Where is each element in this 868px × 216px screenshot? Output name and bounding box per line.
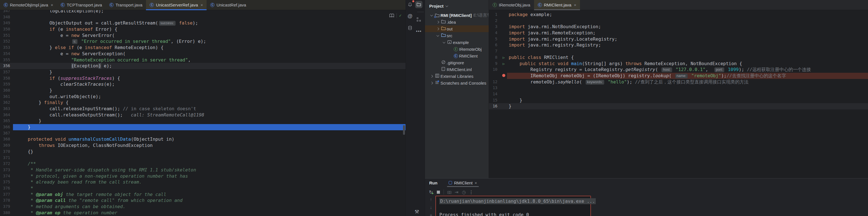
line-number[interactable]: 380 [0,210,13,216]
line-number[interactable]: 6 [489,42,500,48]
line-number[interactable]: 2 [489,18,500,24]
run-tab-rmiclient[interactable]: RMIClient × [445,179,480,187]
line-number[interactable]: 8 [489,55,500,61]
tab-RemoteObjImpl.java[interactable]: CRemoteObjImpl.java× [0,0,57,10]
line-number[interactable]: 351 [0,32,13,39]
tree-item-Scratches and Consoles[interactable]: Scratches and Consoles [425,80,489,86]
line-number[interactable]: 358 [0,75,13,82]
line-number[interactable]: 377 [0,191,13,198]
close-icon[interactable]: × [51,3,53,7]
line-number[interactable]: 1 [489,11,500,18]
line-number[interactable]: 376 [0,185,13,191]
timer-icon[interactable]: ◷ [460,189,468,195]
tab-Transport.java[interactable]: CTransport.java [106,0,146,10]
tree-item-.idea[interactable]: .idea [425,19,489,25]
notifications-bell-icon[interactable] [406,1,414,8]
line-number[interactable]: 357 [0,69,13,75]
more-horizontal-icon[interactable]: ••• [415,28,423,35]
run-console[interactable]: D:\ruanjian\huanjinbianliang\jdk1.8.0_65… [435,196,591,216]
reader-mode-book-icon[interactable] [389,13,394,18]
line-number[interactable]: 365 [0,118,13,124]
tab-IRemoteObj.java[interactable]: IIRemoteObj.java [489,0,534,10]
line-number[interactable]: 354 [0,51,13,57]
tree-item-.gitignore[interactable]: .gitignore [425,59,489,66]
line-number[interactable]: 363 [0,106,13,112]
line-number[interactable]: 372 [0,161,13,167]
tab-TCPTransport.java[interactable]: CTCPTransport.java [57,0,106,10]
tree-item-out[interactable]: out [425,25,489,32]
tree-item-src[interactable]: src [425,32,489,39]
chevron-right-icon[interactable] [430,82,433,84]
line-number[interactable]: 12 [489,79,500,85]
line-number[interactable]: 5 [489,36,500,42]
line-number[interactable]: 373 [0,167,13,173]
line-number[interactable]: 370 [0,149,13,155]
line-number[interactable]: 366 [0,124,13,130]
tab-RMIClient.java[interactable]: CRMIClient.java× [534,0,580,10]
soft-wrap-icon[interactable]: ≡ [430,213,432,216]
line-number[interactable]: 9 [489,61,500,67]
line-number[interactable]: 356 [0,63,13,69]
line-number[interactable]: 369 [0,143,13,149]
tab-UnicastRef.java[interactable]: CUnicastRef.java [207,0,250,10]
right-editor[interactable]: 1package example;23import java.rmi.NotBo… [489,10,868,178]
chevron-right-icon[interactable] [430,75,433,78]
close-icon[interactable]: × [574,3,576,7]
run-gutter-icon[interactable]: ▷ [500,61,507,67]
camera-icon[interactable] [445,189,453,195]
build-hammer-icon[interactable]: ⚒ [413,208,421,215]
chevron-down-icon[interactable] [430,13,433,17]
line-number[interactable]: 350 [0,26,13,32]
line-number[interactable]: 7 [489,48,500,55]
chevron-right-icon[interactable] [436,21,439,23]
run-gutter-icon[interactable]: ▷ [500,55,507,61]
line-number[interactable]: 353 [0,44,13,51]
more-vertical-icon[interactable]: ⋮ [468,189,475,195]
line-number[interactable]: 378 [0,197,13,204]
line-number[interactable]: 364 [0,112,13,118]
tree-item-RMIClient[interactable]: CRMIClient [425,53,489,59]
line-number[interactable]: 361 [0,94,13,100]
stop-icon[interactable] [435,189,442,195]
tree-item-RMI [RMIClient][interactable]: RMI [RMIClient]E:\语言学习\j [425,12,489,19]
tree-item-example[interactable]: example [425,39,489,46]
left-editor-scrollbar[interactable] [403,125,405,135]
rerun-icon[interactable]: ↻▶ [427,189,435,195]
tree-item-RMIClient.iml[interactable]: RMIClient.iml [425,66,489,73]
line-number[interactable]: 3 [489,24,500,30]
line-number[interactable]: 379 [0,204,13,210]
left-editor[interactable]: ✓ 347 logCallException(e);348349 ObjectO… [0,10,406,216]
structure-icon[interactable] [415,16,423,23]
scroll-up-icon[interactable]: ↑ [430,197,432,202]
ai-assistant-spiral-icon[interactable]: @ [406,12,414,20]
line-number[interactable]: 347 [0,10,13,14]
line-number[interactable]: 371 [0,155,13,161]
line-number[interactable]: 375 [0,179,13,185]
line-number[interactable] [489,73,500,79]
line-number[interactable]: 10 [489,66,500,73]
line-number[interactable]: 367 [0,130,13,136]
line-number[interactable]: 13 [489,85,500,91]
chevron-down-icon[interactable] [436,34,439,37]
line-number[interactable]: 359 [0,81,13,87]
line-number[interactable]: 360 [0,87,13,94]
project-folder-icon[interactable] [415,1,423,8]
chevron-down-icon[interactable] [442,41,445,43]
line-number[interactable]: 4 [489,30,500,36]
tab-UnicastServerRef.java[interactable]: CUnicastServerRef.java× [146,0,207,10]
line-number[interactable]: 15 [489,97,500,103]
export-icon[interactable]: ⇥ [453,189,460,195]
breakpoint-icon[interactable] [500,73,507,79]
line-number[interactable]: 349 [0,20,13,26]
tree-item-IRemoteObj[interactable]: IIRemoteObj [425,46,489,53]
line-number[interactable]: 14 [489,91,500,97]
line-number[interactable]: 352 [0,38,13,44]
tree-item-External Libraries[interactable]: External Libraries [425,73,489,80]
line-number[interactable]: 368 [0,136,13,143]
line-number[interactable]: 355 [0,57,13,63]
line-number[interactable]: 348 [0,14,13,20]
database-icon[interactable] [406,24,414,32]
line-number[interactable]: 16 [489,103,500,110]
scroll-down-icon[interactable]: ↓ [430,205,432,210]
chevron-right-icon[interactable] [436,27,439,30]
